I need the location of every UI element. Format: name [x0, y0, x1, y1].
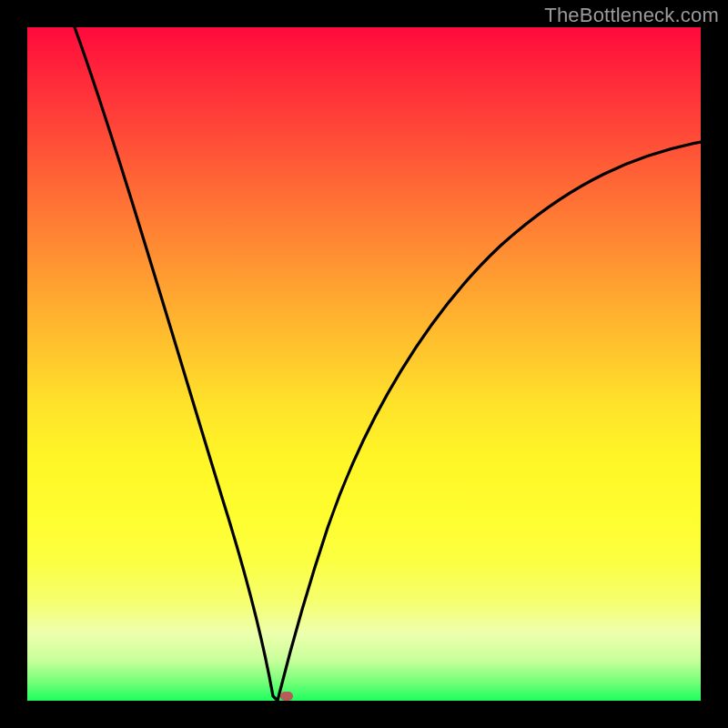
curve-right-branch — [278, 142, 701, 701]
bottleneck-curve — [27, 27, 701, 701]
chart-frame: TheBottleneck.com — [0, 0, 728, 728]
minimum-marker — [280, 692, 293, 701]
curve-left-branch — [75, 27, 278, 701]
watermark-text: TheBottleneck.com — [544, 4, 719, 27]
